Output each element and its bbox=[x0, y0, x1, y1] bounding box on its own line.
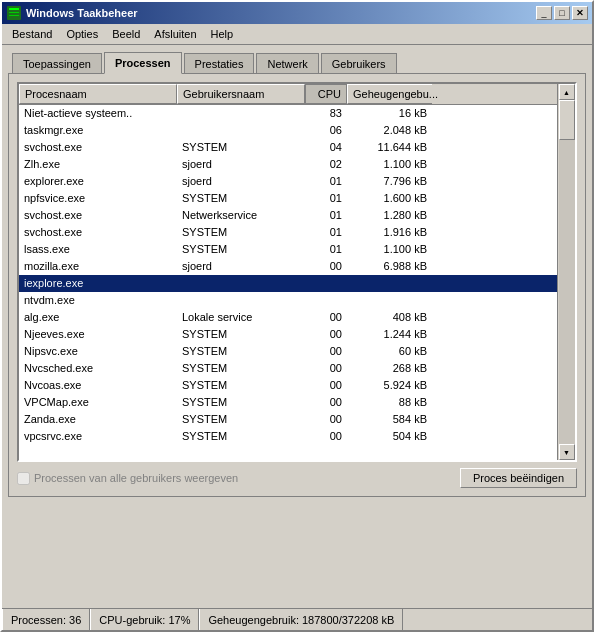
svg-rect-1 bbox=[9, 8, 19, 10]
cell-user: Lokale service bbox=[177, 309, 305, 325]
tab-toepassingen[interactable]: Toepassingen bbox=[12, 53, 102, 74]
cell-cpu bbox=[305, 292, 347, 308]
tab-netwerk[interactable]: Netwerk bbox=[256, 53, 318, 74]
menu-opties[interactable]: Opties bbox=[60, 26, 104, 42]
cell-name: mozilla.exe bbox=[19, 258, 177, 274]
menu-beeld[interactable]: Beeld bbox=[106, 26, 146, 42]
table-row[interactable]: svchost.exe Netwerkservice 01 1.280 kB bbox=[19, 207, 557, 224]
scrollbar[interactable]: ▲ ▼ bbox=[557, 84, 575, 460]
table-row[interactable]: Zanda.exe SYSTEM 00 584 kB bbox=[19, 411, 557, 428]
cell-name: vpcsrvc.exe bbox=[19, 428, 177, 444]
end-process-button[interactable]: Proces beëindigen bbox=[460, 468, 577, 488]
table-row[interactable]: Nvcsched.exe SYSTEM 00 268 kB bbox=[19, 360, 557, 377]
table-row[interactable]: alg.exe Lokale service 00 408 kB bbox=[19, 309, 557, 326]
tab-processen[interactable]: Processen bbox=[104, 52, 182, 74]
table-row[interactable]: npfsvice.exe SYSTEM 01 1.600 kB bbox=[19, 190, 557, 207]
table-row[interactable]: VPCMap.exe SYSTEM 00 88 kB bbox=[19, 394, 557, 411]
cell-user: sjoerd bbox=[177, 258, 305, 274]
cell-mem: 1.244 kB bbox=[347, 326, 432, 342]
table-row[interactable]: taskmgr.exe 06 2.048 kB bbox=[19, 122, 557, 139]
data-rows: Niet-actieve systeem.. 83 16 kB taskmgr.… bbox=[19, 105, 557, 460]
cell-cpu: 01 bbox=[305, 241, 347, 257]
cell-mem: 1.280 kB bbox=[347, 207, 432, 223]
scroll-track[interactable] bbox=[559, 100, 575, 444]
table-row[interactable]: iexplore.exe bbox=[19, 275, 557, 292]
cell-user: SYSTEM bbox=[177, 411, 305, 427]
col-header-user[interactable]: Gebruikersnaam bbox=[177, 84, 305, 104]
table-row[interactable]: svchost.exe SYSTEM 04 11.644 kB bbox=[19, 139, 557, 156]
title-bar-buttons: _ □ ✕ bbox=[536, 6, 588, 20]
cell-cpu: 01 bbox=[305, 207, 347, 223]
cell-mem: 268 kB bbox=[347, 360, 432, 376]
tab-prestaties[interactable]: Prestaties bbox=[184, 53, 255, 74]
bottom-area: Processen van alle gebruikers weergeven … bbox=[17, 468, 577, 488]
cell-name: taskmgr.exe bbox=[19, 122, 177, 138]
table-row[interactable]: Zlh.exe sjoerd 02 1.100 kB bbox=[19, 156, 557, 173]
cell-user: SYSTEM bbox=[177, 360, 305, 376]
table-row[interactable]: svchost.exe SYSTEM 01 1.916 kB bbox=[19, 224, 557, 241]
cell-user: SYSTEM bbox=[177, 394, 305, 410]
col-header-cpu[interactable]: CPU bbox=[305, 84, 347, 104]
app-icon bbox=[6, 5, 22, 21]
table-row[interactable]: ntvdm.exe bbox=[19, 292, 557, 309]
status-processes: Processen: 36 bbox=[2, 609, 90, 630]
cell-cpu: 83 bbox=[305, 105, 347, 121]
cell-cpu: 00 bbox=[305, 309, 347, 325]
cell-user: SYSTEM bbox=[177, 190, 305, 206]
table-row[interactable]: Njeeves.exe SYSTEM 00 1.244 kB bbox=[19, 326, 557, 343]
table-row[interactable]: Nvcoas.exe SYSTEM 00 5.924 kB bbox=[19, 377, 557, 394]
cell-cpu: 00 bbox=[305, 343, 347, 359]
cell-name: Zanda.exe bbox=[19, 411, 177, 427]
table-row[interactable]: lsass.exe SYSTEM 01 1.100 kB bbox=[19, 241, 557, 258]
svg-rect-3 bbox=[9, 15, 19, 16]
cell-mem: 88 kB bbox=[347, 394, 432, 410]
table-row[interactable]: Nipsvc.exe SYSTEM 00 60 kB bbox=[19, 343, 557, 360]
cell-user: SYSTEM bbox=[177, 428, 305, 444]
cell-mem: 1.100 kB bbox=[347, 156, 432, 172]
status-cpu: CPU-gebruik: 17% bbox=[90, 609, 199, 630]
menu-afsluiten[interactable]: Afsluiten bbox=[148, 26, 202, 42]
cell-name: Nipsvc.exe bbox=[19, 343, 177, 359]
window: Windows Taakbeheer _ □ ✕ Bestand Opties … bbox=[0, 0, 594, 632]
all-users-checkbox[interactable] bbox=[17, 472, 30, 485]
menu-bestand[interactable]: Bestand bbox=[6, 26, 58, 42]
table-row[interactable]: Niet-actieve systeem.. 83 16 kB bbox=[19, 105, 557, 122]
minimize-button[interactable]: _ bbox=[536, 6, 552, 20]
cell-mem: 1.916 kB bbox=[347, 224, 432, 240]
cell-user: SYSTEM bbox=[177, 241, 305, 257]
cell-name: lsass.exe bbox=[19, 241, 177, 257]
scroll-up-arrow[interactable]: ▲ bbox=[559, 84, 575, 100]
title-bar-left: Windows Taakbeheer bbox=[6, 5, 138, 21]
cell-cpu: 00 bbox=[305, 360, 347, 376]
maximize-button[interactable]: □ bbox=[554, 6, 570, 20]
cell-cpu: 00 bbox=[305, 394, 347, 410]
cell-user: SYSTEM bbox=[177, 326, 305, 342]
table-row[interactable]: mozilla.exe sjoerd 00 6.988 kB bbox=[19, 258, 557, 275]
cell-name: svchost.exe bbox=[19, 139, 177, 155]
cell-name: alg.exe bbox=[19, 309, 177, 325]
cell-name: Nvcsched.exe bbox=[19, 360, 177, 376]
scroll-down-arrow[interactable]: ▼ bbox=[559, 444, 575, 460]
menu-help[interactable]: Help bbox=[205, 26, 240, 42]
cell-user bbox=[177, 105, 305, 121]
table-inner: Procesnaam Gebruikersnaam CPU Geheugenge… bbox=[19, 84, 557, 460]
cell-name: npfsvice.exe bbox=[19, 190, 177, 206]
cell-mem: 5.924 kB bbox=[347, 377, 432, 393]
col-header-mem[interactable]: Geheugengebu... bbox=[347, 84, 432, 104]
cell-cpu: 01 bbox=[305, 224, 347, 240]
status-memory: Geheugengebruik: 187800/372208 kB bbox=[199, 609, 403, 630]
table-header: Procesnaam Gebruikersnaam CPU Geheugenge… bbox=[19, 84, 557, 105]
tab-gebruikers[interactable]: Gebruikers bbox=[321, 53, 397, 74]
scroll-thumb[interactable] bbox=[559, 100, 575, 140]
cell-mem: 16 kB bbox=[347, 105, 432, 121]
close-button[interactable]: ✕ bbox=[572, 6, 588, 20]
cell-user: SYSTEM bbox=[177, 343, 305, 359]
col-header-name[interactable]: Procesnaam bbox=[19, 84, 177, 104]
cell-user bbox=[177, 275, 305, 291]
cell-user: Netwerkservice bbox=[177, 207, 305, 223]
table-row[interactable]: vpcsrvc.exe SYSTEM 00 504 kB bbox=[19, 428, 557, 445]
cell-cpu: 06 bbox=[305, 122, 347, 138]
cell-mem: 1.600 kB bbox=[347, 190, 432, 206]
table-row[interactable]: explorer.exe sjoerd 01 7.796 kB bbox=[19, 173, 557, 190]
cell-user: sjoerd bbox=[177, 173, 305, 189]
